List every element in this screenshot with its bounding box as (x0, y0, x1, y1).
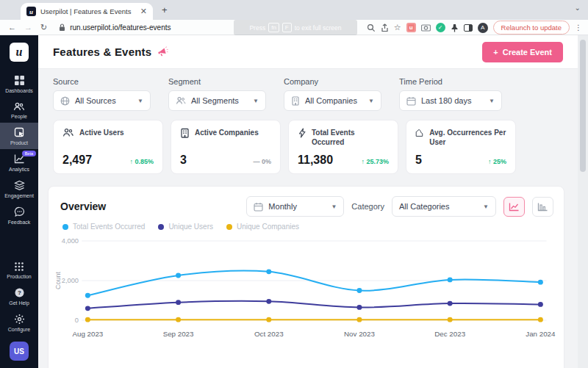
legend-dot-icon (62, 224, 68, 230)
megaphone-icon (157, 46, 170, 57)
category-select[interactable]: All Categories ▼ (392, 196, 496, 217)
sidebar-item-dashboards[interactable]: Dashboards (0, 71, 38, 97)
stat-card-avg-occurrences: Avg. Occurrences Per User 5 ↑ 25% (406, 120, 516, 174)
people-icon (13, 101, 25, 112)
sidebar-item-feedback[interactable]: Feedback (0, 202, 38, 228)
forward-icon[interactable]: → (24, 23, 32, 32)
stat-value: 11,380 (298, 154, 333, 167)
user-avatar[interactable]: US (10, 342, 29, 361)
period-value: Monthly (268, 202, 326, 211)
new-tab-icon[interactable]: + (162, 4, 168, 15)
svg-text:?: ? (18, 289, 21, 296)
bar-chart-icon (537, 202, 548, 212)
tab-title: Userpilot | Features & Events (40, 7, 136, 15)
sidebar-item-engagement[interactable]: Engagement (0, 176, 38, 202)
create-event-button[interactable]: + Create Event (482, 42, 563, 62)
tab-close-icon[interactable]: ✕ (140, 7, 147, 16)
fullscreen-toast: Press fn F to exit full screen (234, 20, 357, 35)
userpilot-extension-icon[interactable]: u (406, 23, 416, 32)
period-select[interactable]: Monthly ▼ (246, 196, 344, 217)
overview-line-chart[interactable]: 02,0004,000CountAug 2023Sep 2023Oct 2023… (53, 234, 556, 351)
side-panel-icon[interactable] (464, 24, 473, 32)
stat-delta: ↑ 0.85% (129, 158, 154, 165)
segment-value: All Segments (191, 96, 248, 105)
browser-tab[interactable]: u Userpilot | Features & Events ✕ (21, 3, 153, 20)
stat-card-total-events: Total Events Occurred 11,380 ↑ 25.73% (288, 120, 398, 174)
url-text[interactable]: run.userpilot.io/features-events (70, 24, 171, 32)
chevron-down-icon: ▼ (489, 98, 495, 104)
reload-icon[interactable]: ↻ (40, 23, 47, 32)
globe-icon (60, 96, 70, 106)
active-users-icon (62, 128, 74, 137)
time-period-select[interactable]: Last 180 days ▼ (399, 90, 502, 111)
sidebar-item-label: Get Help (9, 300, 29, 306)
stat-value: 5 (415, 154, 422, 167)
sidebar-item-people[interactable]: People (0, 97, 38, 123)
camera-extension-icon[interactable] (421, 24, 431, 32)
svg-text:Aug 2023: Aug 2023 (72, 330, 103, 338)
stat-value: 3 (180, 154, 187, 167)
svg-text:Dec 2023: Dec 2023 (434, 330, 465, 338)
back-icon[interactable]: ← (8, 23, 16, 32)
share-icon[interactable] (381, 24, 389, 32)
calendar-icon (406, 96, 416, 106)
page-title: Features & Events (53, 46, 151, 58)
main-content: Features & Events + Create Event Source … (38, 35, 578, 368)
chevron-down-icon: ▼ (253, 98, 259, 104)
company-value: All Companies (305, 96, 363, 105)
filter-label-source: Source (53, 77, 151, 86)
sidebar-item-label: Feedback (8, 220, 31, 225)
stat-delta: ↑ 25.73% (361, 158, 389, 165)
legend-item[interactable]: Total Events Occurred (62, 223, 145, 231)
stat-value: 2,497 (62, 154, 92, 167)
sidebar-item-product[interactable]: Product (0, 123, 38, 149)
scrollbar-thumb[interactable] (580, 40, 586, 172)
line-chart-toggle[interactable] (503, 197, 525, 217)
building-icon (291, 96, 300, 106)
browser-menu-icon[interactable]: ⋮ (575, 24, 582, 32)
legend-dot-icon (226, 224, 232, 230)
stat-delta: — 0% (253, 158, 271, 165)
engagement-icon (14, 180, 25, 191)
chevron-down-icon: ▼ (368, 98, 374, 104)
calendar-icon (254, 202, 263, 212)
search-icon[interactable] (367, 24, 376, 32)
userpilot-logo[interactable]: u (10, 43, 29, 62)
legend-label: Total Events Occurred (73, 223, 145, 231)
filters-bar: Source All Sources ▼ Segment All Segment… (38, 69, 578, 118)
filter-label-company: Company (284, 77, 381, 86)
green-extension-icon[interactable]: ✓ (436, 23, 445, 32)
gear-icon (14, 314, 25, 325)
page-scrollbar[interactable] (578, 35, 588, 368)
sidebar-item-label: Production (7, 274, 31, 279)
relaunch-button[interactable]: Relaunch to update (493, 21, 570, 35)
company-select[interactable]: All Companies ▼ (284, 90, 381, 111)
line-chart-icon (509, 202, 520, 212)
legend-item[interactable]: Unique Companies (226, 223, 299, 231)
lightning-icon (298, 128, 306, 138)
sidebar-item-label: Dashboards (5, 88, 33, 93)
category-label: Category (351, 202, 384, 211)
page-header: Features & Events + Create Event (38, 35, 578, 69)
sidebar-item-analytics[interactable]: Beta Analytics (0, 149, 38, 176)
pin-extension-icon[interactable] (451, 24, 459, 32)
sidebar-item-get-help[interactable]: ? Get Help (0, 283, 38, 309)
bar-chart-toggle[interactable] (532, 197, 553, 217)
category-value: All Categories (399, 202, 478, 211)
toast-press-text: Press (249, 24, 265, 32)
svg-text:2,000: 2,000 (62, 277, 79, 284)
sidebar: u Dashboards People Product Beta Analyti… (0, 35, 38, 368)
sidebar-item-configure[interactable]: Configure (0, 309, 38, 336)
browser-profile-avatar[interactable]: A (478, 23, 488, 33)
active-companies-icon (180, 128, 190, 138)
legend-item[interactable]: Unique Users (158, 223, 213, 231)
source-select[interactable]: All Sources ▼ (53, 90, 151, 111)
bookmark-star-icon[interactable]: ☆ (394, 23, 401, 32)
feedback-icon (14, 206, 25, 217)
sidebar-item-production[interactable]: Production (0, 257, 38, 283)
segment-select[interactable]: All Segments ▼ (168, 90, 266, 111)
svg-text:Oct 2023: Oct 2023 (254, 330, 284, 338)
tab-search-chevron-icon[interactable]: ⌄ (575, 4, 581, 12)
stat-label: Avg. Occurrences Per User (429, 128, 506, 147)
sidebar-item-label: People (11, 114, 27, 119)
